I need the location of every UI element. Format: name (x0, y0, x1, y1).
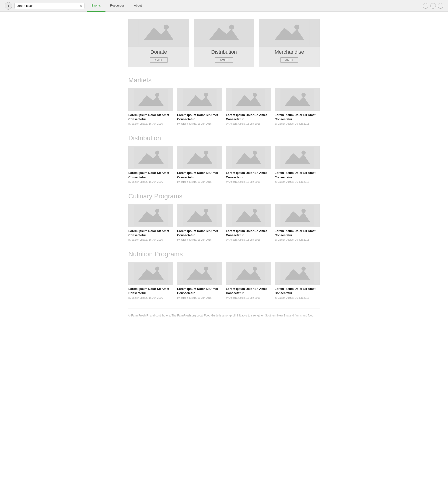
nav-tab-about[interactable]: About (129, 0, 146, 12)
svg-point-14 (204, 93, 208, 97)
svg-point-23 (155, 151, 159, 155)
card-title: Lorem Ipsum Dolor Sit Amet Consectetur (275, 171, 320, 179)
section-title: Nutrition Programs (128, 250, 320, 258)
card-image (226, 88, 271, 111)
section-distribution: Distribution Lorem Ipsum Dolor Sit Amet … (128, 135, 320, 183)
card-meta: by Jaison Justus, 16 Jun 2016 (128, 296, 173, 299)
section-culinary-programs: Culinary Programs Lorem Ipsum Dolor Sit … (128, 192, 320, 241)
card-title: Lorem Ipsum Dolor Sit Amet Consectetur (226, 287, 271, 295)
back-button[interactable]: ● (5, 2, 12, 9)
svg-point-56 (302, 266, 306, 271)
nav-icons (423, 3, 443, 9)
card-meta: by Jaison Justus, 16 Jun 2016 (177, 122, 222, 125)
card-image (177, 204, 222, 227)
card-item[interactable]: Lorem Ipsum Dolor Sit Amet Consectetur b… (128, 88, 173, 125)
card-image (128, 146, 173, 169)
hero-card-donate: Donate AMET (128, 19, 189, 67)
svg-point-2 (164, 24, 169, 30)
card-meta: by Jaison Justus, 16 Jun 2016 (275, 238, 320, 241)
hero-card-image (259, 19, 320, 47)
svg-point-29 (253, 151, 257, 155)
card-title: Lorem Ipsum Dolor Sit Amet Consectetur (128, 229, 173, 237)
card-image (275, 262, 320, 285)
header: ● ✕ EventsResourcesAbout (0, 0, 448, 12)
card-meta: by Jaison Justus, 16 Jun 2016 (226, 180, 271, 183)
card-meta: by Jaison Justus, 16 Jun 2016 (177, 238, 222, 241)
card-image (226, 204, 271, 227)
card-title: Lorem Ipsum Dolor Sit Amet Consectetur (226, 229, 271, 237)
card-item[interactable]: Lorem Ipsum Dolor Sit Amet Consectetur b… (128, 262, 173, 299)
card-meta: by Jaison Justus, 16 Jun 2016 (275, 180, 320, 183)
cards-grid: Lorem Ipsum Dolor Sit Amet Consectetur b… (128, 262, 320, 299)
hero-card-distribution: Distribution AMET (194, 19, 254, 67)
nav-tab-events[interactable]: Events (87, 0, 105, 12)
nav-icon-1[interactable] (423, 3, 428, 9)
card-title: Lorem Ipsum Dolor Sit Amet Consectetur (177, 229, 222, 237)
card-item[interactable]: Lorem Ipsum Dolor Sit Amet Consectetur b… (128, 204, 173, 241)
card-item[interactable]: Lorem Ipsum Dolor Sit Amet Consectetur b… (177, 204, 222, 241)
card-image (128, 262, 173, 285)
card-item[interactable]: Lorem Ipsum Dolor Sit Amet Consectetur b… (226, 88, 271, 125)
card-meta: by Jaison Justus, 16 Jun 2016 (128, 180, 173, 183)
back-icon: ● (8, 4, 9, 8)
section-title: Distribution (128, 135, 320, 142)
card-meta: by Jaison Justus, 16 Jun 2016 (128, 122, 173, 125)
card-meta: by Jaison Justus, 16 Jun 2016 (275, 296, 320, 299)
card-image (226, 262, 271, 285)
hero-card-title: Merchandise (275, 49, 304, 55)
card-item[interactable]: Lorem Ipsum Dolor Sit Amet Consectetur b… (275, 88, 320, 125)
card-image (177, 88, 222, 111)
card-title: Lorem Ipsum Dolor Sit Amet Consectetur (226, 113, 271, 121)
hero-card-image (194, 19, 254, 47)
card-image (226, 146, 271, 169)
section-title: Culinary Programs (128, 192, 320, 200)
card-item[interactable]: Lorem Ipsum Dolor Sit Amet Consectetur b… (226, 204, 271, 241)
card-title: Lorem Ipsum Dolor Sit Amet Consectetur (128, 113, 173, 121)
svg-point-53 (253, 266, 257, 271)
card-title: Lorem Ipsum Dolor Sit Amet Consectetur (226, 171, 271, 179)
card-item[interactable]: Lorem Ipsum Dolor Sit Amet Consectetur b… (226, 262, 271, 299)
hero-card-merchandise: Merchandise AMET (259, 19, 320, 67)
hero-card-image (128, 19, 189, 47)
card-item[interactable]: Lorem Ipsum Dolor Sit Amet Consectetur b… (275, 146, 320, 183)
cards-grid: Lorem Ipsum Dolor Sit Amet Consectetur b… (128, 204, 320, 241)
card-item[interactable]: Lorem Ipsum Dolor Sit Amet Consectetur b… (226, 146, 271, 183)
nav-icon-2[interactable] (430, 3, 436, 9)
search-bar[interactable]: ✕ (15, 3, 84, 9)
svg-point-35 (155, 209, 159, 213)
svg-point-38 (204, 209, 208, 213)
card-image (275, 204, 320, 227)
card-item[interactable]: Lorem Ipsum Dolor Sit Amet Consectetur b… (177, 146, 222, 183)
card-item[interactable]: Lorem Ipsum Dolor Sit Amet Consectetur b… (177, 88, 222, 125)
svg-point-8 (295, 24, 300, 30)
svg-point-20 (302, 93, 306, 97)
card-meta: by Jaison Justus, 16 Jun 2016 (128, 238, 173, 241)
hero-card-btn[interactable]: AMET (215, 57, 233, 63)
hero-cards: Donate AMET Distribution AMET Merchandis… (128, 19, 320, 67)
hero-card-btn[interactable]: AMET (280, 57, 298, 63)
footer: © Farm Fresh RI and contributors. The Fa… (128, 309, 320, 322)
card-item[interactable]: Lorem Ipsum Dolor Sit Amet Consectetur b… (177, 262, 222, 299)
card-meta: by Jaison Justus, 16 Jun 2016 (226, 122, 271, 125)
card-meta: by Jaison Justus, 16 Jun 2016 (226, 296, 271, 299)
nav-icon-3[interactable] (438, 3, 443, 9)
search-clear-icon[interactable]: ✕ (80, 4, 82, 8)
cards-grid: Lorem Ipsum Dolor Sit Amet Consectetur b… (128, 88, 320, 125)
svg-point-17 (253, 93, 257, 97)
card-item[interactable]: Lorem Ipsum Dolor Sit Amet Consectetur b… (275, 204, 320, 241)
search-input[interactable] (16, 4, 80, 8)
nav-tab-resources[interactable]: Resources (105, 0, 129, 12)
svg-point-50 (204, 266, 208, 271)
hero-card-btn[interactable]: AMET (150, 57, 168, 63)
card-item[interactable]: Lorem Ipsum Dolor Sit Amet Consectetur b… (128, 146, 173, 183)
card-item[interactable]: Lorem Ipsum Dolor Sit Amet Consectetur b… (275, 262, 320, 299)
hero-card-title: Donate (151, 49, 167, 55)
svg-point-5 (229, 24, 234, 30)
card-title: Lorem Ipsum Dolor Sit Amet Consectetur (177, 171, 222, 179)
section-nutrition-programs: Nutrition Programs Lorem Ipsum Dolor Sit… (128, 250, 320, 299)
card-title: Lorem Ipsum Dolor Sit Amet Consectetur (275, 287, 320, 295)
svg-point-47 (155, 266, 159, 271)
card-image (177, 262, 222, 285)
section-title: Markets (128, 77, 320, 84)
main-content: Donate AMET Distribution AMET Merchandis… (124, 12, 324, 329)
